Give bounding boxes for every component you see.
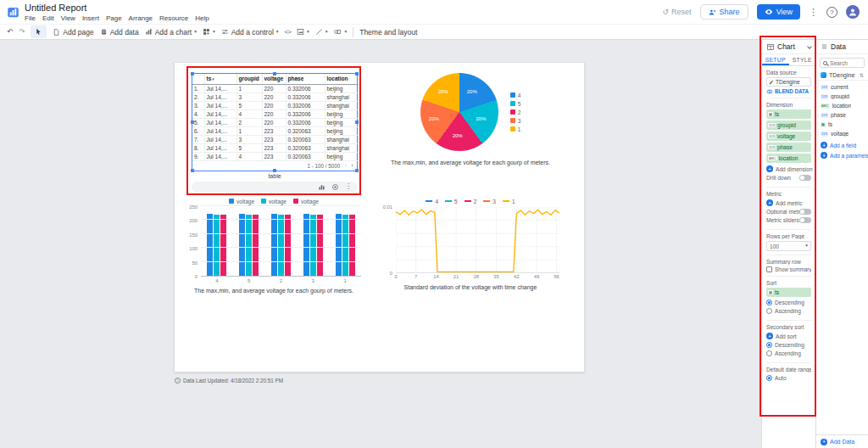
legend-swatch [510,109,515,115]
bar[interactable] [342,215,348,276]
bar[interactable] [303,214,309,276]
bar-plot [201,207,361,277]
add-field-button[interactable]: Add a field [816,140,868,150]
legend-item[interactable]: 3 [510,118,521,124]
x-tick-label: 35 [493,274,498,279]
annotation-box-table [186,66,361,195]
bar[interactable] [349,215,355,276]
community-visualizations-button[interactable]: ▾ [203,28,215,36]
add-control-button[interactable]: Add a control▾ [221,28,279,36]
field-search-box[interactable] [820,58,865,68]
pie-slice-label: 20% [467,89,477,94]
menu-file[interactable]: File [25,14,36,22]
field-type-icon: ▦ [821,122,826,127]
view-button[interactable]: View [757,4,800,20]
legend-label: 5 [518,101,521,107]
add-page-button[interactable]: Add page [53,28,93,36]
bar[interactable] [214,215,220,276]
add-chart-button[interactable]: Add a chart▾ [145,28,197,36]
menu-edit[interactable]: Edit [42,14,54,22]
redo-button[interactable]: ↷ [19,28,25,36]
bar-legend: voltagevoltagevoltage [186,197,361,205]
field-phase[interactable]: 123phase [816,110,868,120]
bar[interactable] [336,214,342,276]
field-ts[interactable]: ▦ts [816,120,868,129]
pie-slice-label: 20% [438,89,448,94]
field-current[interactable]: 123current [816,82,868,92]
menu-help[interactable]: Help [195,14,209,22]
menu-arrange[interactable]: Arrange [129,14,153,22]
legend-item[interactable]: 4 [426,199,438,204]
bar-group [207,214,226,276]
field-voltage[interactable]: 123voltage [816,129,868,138]
line-widget[interactable]: 45231 00.01 0714212835424956 Standard de… [381,197,559,290]
bar[interactable] [317,215,323,276]
menu-view[interactable]: View [61,14,75,22]
bar[interactable] [253,215,259,276]
legend-item[interactable]: 2 [510,109,521,115]
legend-item[interactable]: voltage [293,199,319,204]
field-type-icon: 123 [821,132,828,137]
field-type-icon: 123 [821,113,828,118]
legend-item[interactable]: 4 [510,92,521,98]
select-tool-button[interactable] [31,25,47,38]
legend-item[interactable]: 2 [465,199,477,204]
report-title[interactable]: Untitled Report [25,3,209,13]
bar[interactable] [220,215,226,276]
menu-insert[interactable]: Insert [82,14,99,22]
add-data-button-toolbar[interactable]: Add data [100,28,139,36]
shape-tool-button[interactable]: ▾ [333,28,347,36]
bar[interactable] [207,214,213,276]
legend-swatch [445,200,452,202]
pie-widget[interactable]: 20%20%20%20%20% 45231 The max,min, and a… [385,73,556,165]
x-tick-label: 56 [554,274,559,279]
image-button[interactable]: ▾ [297,28,309,36]
bar-widget[interactable]: voltagevoltagevoltage 050100150200250 45… [186,197,361,294]
datasource-row[interactable]: TDengine ⇅ [816,70,868,81]
chevron-down-icon: ▾ [307,30,309,35]
legend-label: 4 [435,199,438,204]
avatar[interactable] [846,5,860,19]
report-canvas[interactable]: ts▾groupidvoltagephaselocation 1.Jul 14,… [0,40,761,448]
line-tool-button[interactable]: ▾ [315,28,328,36]
legend-swatch [229,199,234,204]
bar[interactable] [285,215,291,276]
datasource-toggle-icon[interactable]: ⇅ [860,73,864,78]
reset-button[interactable]: ↺Reset [663,8,692,16]
bar[interactable] [239,214,245,276]
legend-item[interactable]: 5 [510,101,521,107]
theme-layout-button[interactable]: Theme and layout [359,28,417,36]
field-location[interactable]: ABClocation [816,101,868,110]
eye-icon [765,8,773,16]
menu-page[interactable]: Page [106,14,122,22]
page-icon [53,28,60,36]
pie-chart[interactable]: 20%20%20%20%20% [420,73,498,151]
bar[interactable] [310,215,316,276]
data-panel-title: Data [831,42,846,51]
more-options-icon[interactable]: ⋮ [809,8,818,17]
legend-item[interactable]: 1 [510,126,521,132]
legend-item[interactable]: 1 [503,199,515,204]
add-parameter-button[interactable]: Add a parameter [816,150,868,160]
legend-item[interactable]: voltage [229,199,254,204]
bar[interactable] [271,214,277,276]
bar-y-axis: 050100150200250 [186,207,199,277]
embed-url-button[interactable]: <> [285,28,291,36]
help-icon[interactable]: ? [826,7,837,18]
legend-item[interactable]: 5 [445,199,458,204]
line-series-1[interactable] [396,210,559,272]
x-tick-label: 49 [534,274,539,279]
legend-item[interactable]: voltage [261,199,287,204]
menu-resource[interactable]: Resource [159,14,188,22]
share-button[interactable]: Share [700,4,748,20]
field-groupid[interactable]: 123groupid [816,92,868,101]
legend-item[interactable]: 3 [483,199,496,204]
bar[interactable] [278,215,284,276]
legend-swatch [426,200,432,202]
bar-caption: The max,min, and average voltage for eac… [186,288,361,294]
search-input[interactable] [830,60,861,66]
brand: Untitled Report FileEditViewInsertPageAr… [0,3,209,22]
undo-button[interactable]: ↶ [7,28,13,36]
bar[interactable] [246,215,252,276]
add-data-button[interactable]: Add Data [816,434,868,448]
